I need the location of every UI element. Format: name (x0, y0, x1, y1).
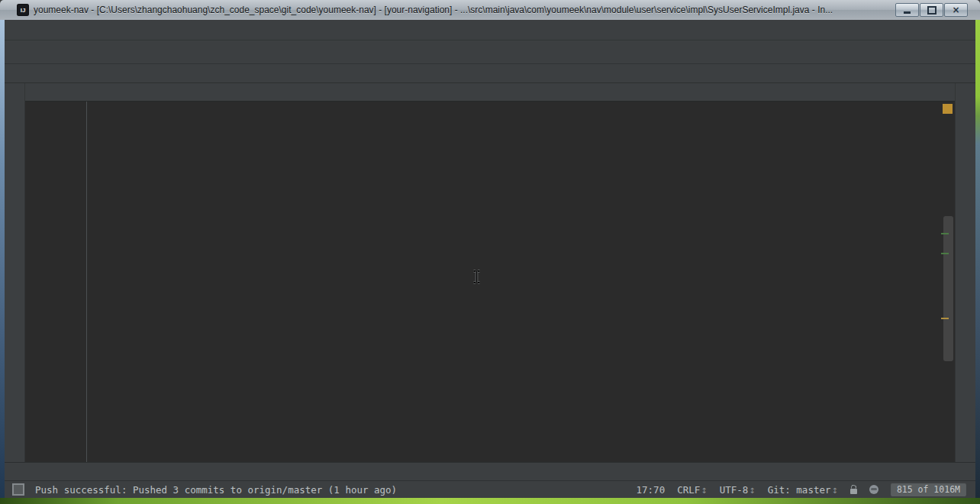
highlighting-level-icon[interactable] (869, 485, 878, 494)
window-border-left (0, 20, 5, 498)
app-logo-icon: IJ (17, 4, 29, 16)
editor[interactable] (25, 102, 955, 462)
minimize-button[interactable] (895, 3, 919, 17)
title-bar: IJ youmeek-nav - [C:\Users\zhangchaohuan… (0, 0, 980, 20)
inspection-status-indicator[interactable] (943, 104, 953, 114)
status-bar: Push successful: Pushed 3 commits to ori… (5, 480, 975, 498)
navigation-bar (5, 64, 975, 83)
right-tool-stripe (955, 83, 975, 462)
file-encoding[interactable]: UTF-8↕ (720, 484, 756, 496)
window-border-bottom (0, 498, 980, 504)
menu-bar (5, 20, 975, 40)
editor-tab-bar (25, 83, 955, 102)
close-button[interactable]: × (944, 3, 968, 17)
window-border-right (975, 20, 980, 498)
scrollbar-thumb[interactable] (943, 216, 953, 361)
caret-position[interactable]: 17:70 (637, 484, 666, 496)
editor-scrollbar[interactable] (941, 102, 955, 462)
left-tool-stripe (5, 83, 25, 462)
main-toolbar (5, 40, 975, 64)
toolwindow-toggle-icon[interactable] (12, 483, 24, 496)
line-separator[interactable]: CRLF↕ (677, 484, 708, 496)
window-title: youmeek-nav - [C:\Users\zhangchaohuang\z… (34, 5, 895, 15)
vcs-branch[interactable]: Git: master↕ (768, 484, 838, 496)
error-stripe-mark[interactable] (941, 253, 949, 254)
error-stripe-mark[interactable] (941, 233, 949, 234)
tool-window-bar (5, 462, 975, 480)
memory-indicator[interactable]: 815 of 1016M (891, 483, 966, 496)
ide-window: IJ youmeek-nav - [C:\Users\zhangchaohuan… (0, 0, 980, 504)
maximize-button[interactable] (920, 3, 943, 17)
status-message: Push successful: Pushed 3 commits to ori… (35, 484, 637, 496)
error-stripe-mark[interactable] (941, 318, 949, 319)
readonly-lock-icon[interactable] (850, 489, 857, 494)
